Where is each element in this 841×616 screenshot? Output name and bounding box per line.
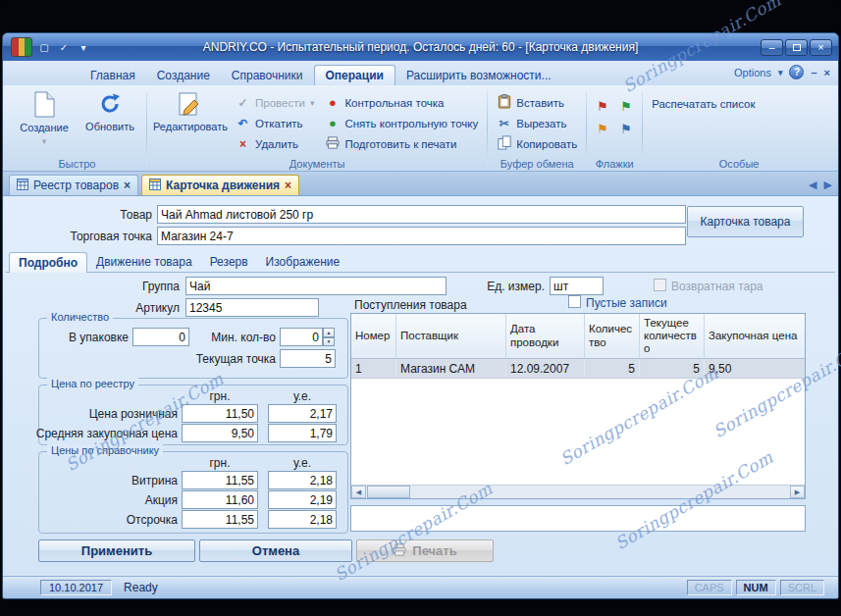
print-list-button[interactable]: Распечатать список — [648, 94, 759, 113]
close-button[interactable]: × — [810, 39, 832, 56]
group-separator — [586, 91, 587, 166]
tab-scroll-right-icon[interactable]: ▶ — [824, 179, 832, 191]
promo-price-usd-input[interactable] — [268, 490, 337, 509]
min-qty-input[interactable] — [280, 328, 323, 346]
column-header-purchase-price[interactable]: Закупочная цена — [705, 314, 805, 358]
unit-label: Ед. измер. — [454, 280, 545, 293]
doc-tab-card[interactable]: Карточка движения × — [141, 175, 299, 195]
minimize-button[interactable]: – — [761, 39, 783, 56]
qat-new-icon[interactable]: ▢ — [36, 39, 52, 55]
column-header-supplier[interactable]: Поставщик — [396, 314, 506, 358]
scrollbar-track[interactable] — [410, 486, 790, 498]
avg-purchase-price-uah-input[interactable] — [182, 424, 258, 442]
ribbon-tab-home[interactable]: Главная — [79, 65, 146, 85]
avg-purchase-price-usd-input[interactable] — [268, 424, 337, 442]
retail-price-uah-input[interactable] — [182, 404, 258, 423]
group-separator — [487, 91, 488, 166]
delete-icon: × — [236, 138, 250, 150]
ribbon-minimize-icon[interactable]: – — [811, 67, 816, 78]
copy-button[interactable]: Копировать — [493, 134, 581, 153]
green-flag-icon[interactable]: ⚑ — [615, 96, 637, 117]
prepare-print-button[interactable]: Подготовить к печати — [321, 134, 482, 153]
quantity-groupbox-title: Количество — [47, 311, 113, 323]
close-tab-icon[interactable]: × — [285, 179, 291, 192]
column-header-current-quantity[interactable]: Текущее количество — [640, 314, 705, 358]
promo-price-uah-input[interactable] — [182, 490, 258, 509]
usd-column-label: у.е. — [268, 456, 337, 470]
scrollbar-thumb[interactable] — [367, 486, 410, 498]
table-row[interactable]: 1 Магазин САМ 12.09.2007 5 5 9,50 — [351, 359, 805, 379]
tab-scroll-left-icon[interactable]: ◀ — [809, 179, 816, 191]
stepper-down-icon[interactable]: ▼ — [323, 337, 335, 347]
post-icon: ✓ — [236, 97, 250, 109]
scroll-right-icon[interactable]: ▶ — [790, 486, 805, 498]
tab-details[interactable]: Подробно — [9, 252, 87, 273]
orange-flag-icon[interactable]: ⚑ — [592, 119, 613, 139]
showcase-price-uah-input[interactable] — [182, 471, 258, 489]
delete-button[interactable]: × Удалить — [232, 134, 318, 153]
deferral-price-uah-input[interactable] — [182, 510, 258, 529]
group-label-documents: Документы — [148, 158, 486, 170]
scroll-left-icon[interactable]: ◀ — [351, 486, 366, 498]
help-icon[interactable]: ? — [789, 65, 804, 79]
rollback-button[interactable]: ↶ Откатить — [232, 114, 318, 132]
cancel-button[interactable]: Отмена — [199, 539, 352, 562]
refresh-button[interactable]: Обновить — [79, 88, 141, 156]
close-tab-icon[interactable]: × — [124, 179, 131, 192]
returnable-checkbox[interactable] — [654, 279, 666, 291]
app-icon[interactable] — [11, 37, 32, 57]
post-button[interactable]: ✓ Провести ▾ — [232, 93, 318, 112]
outlet-input[interactable] — [157, 227, 686, 245]
stepper-up-icon[interactable]: ▲ — [323, 328, 335, 337]
red-flag-icon[interactable]: ⚑ — [592, 96, 613, 117]
column-header-quantity[interactable]: Количество — [585, 314, 640, 358]
checkpoint-button[interactable]: ● Контрольная точка — [321, 93, 482, 112]
deferral-price-usd-input[interactable] — [268, 510, 337, 529]
blue-flag-icon[interactable]: ⚑ — [615, 119, 637, 139]
ribbon-tab-create[interactable]: Создание — [146, 65, 221, 85]
column-header-number[interactable]: Номер — [351, 314, 396, 358]
ribbon-tab-extend[interactable]: Расширить возможности... — [395, 65, 562, 85]
showcase-price-usd-input[interactable] — [268, 471, 337, 489]
group-label-clipboard: Буфер обмена — [489, 158, 585, 170]
per-pack-input[interactable] — [132, 328, 189, 346]
product-card-button[interactable]: Карточка товара — [687, 206, 804, 237]
restore-button[interactable] — [785, 39, 808, 56]
paste-button[interactable]: Вставить — [493, 93, 581, 112]
tab-reserve[interactable]: Резерв — [201, 251, 257, 272]
horizontal-scrollbar[interactable]: ◀ ▶ — [351, 485, 805, 498]
qat-check-icon[interactable]: ✓ — [56, 39, 72, 55]
doc-tab-registry[interactable]: Реестр товаров × — [9, 175, 138, 195]
current-point-input[interactable] — [280, 349, 336, 368]
ribbon-tab-operations[interactable]: Операции — [314, 65, 395, 85]
rollback-button-label: Откатить — [255, 118, 303, 129]
group-input[interactable] — [185, 277, 447, 295]
product-input[interactable] — [157, 205, 686, 224]
create-button[interactable]: Создание ▾ — [13, 88, 76, 156]
qat-dropdown-icon[interactable]: ▾ — [76, 39, 91, 55]
tab-image[interactable]: Изображение — [257, 251, 349, 272]
remove-checkpoint-button[interactable]: ● Снять контрольную точку — [321, 114, 482, 132]
empty-records-checkbox[interactable] — [568, 295, 581, 308]
status-ready: Ready — [124, 581, 158, 594]
unit-input[interactable] — [550, 277, 604, 295]
outlet-label: Торговая точка — [25, 230, 152, 243]
article-input[interactable] — [185, 298, 319, 317]
ribbon-tab-references[interactable]: Справочники — [221, 65, 314, 85]
ribbon-close-icon[interactable]: × — [824, 67, 830, 78]
printer-icon — [393, 543, 406, 559]
min-qty-stepper: ▲ ▼ — [323, 328, 335, 346]
options-chevron-icon[interactable]: ▾ — [778, 68, 783, 77]
retail-price-usd-input[interactable] — [268, 404, 337, 423]
options-menu[interactable]: Options — [734, 67, 771, 78]
notes-panel[interactable] — [350, 505, 806, 532]
apply-button[interactable]: Применить — [38, 539, 195, 562]
ribbon-group-special: Распечатать список Особые — [644, 87, 834, 171]
edit-button[interactable]: Редактировать — [152, 88, 229, 156]
cancel-button-label: Отмена — [252, 543, 299, 558]
print-button[interactable]: Печать — [356, 539, 494, 562]
ribbon-tab-row: Главная Создание Справочники Операции Ра… — [3, 61, 838, 85]
tab-movement[interactable]: Движение товара — [87, 251, 201, 272]
cut-button[interactable]: ✂ Вырезать — [493, 114, 581, 132]
column-header-post-date[interactable]: Дата проводки — [506, 314, 585, 358]
